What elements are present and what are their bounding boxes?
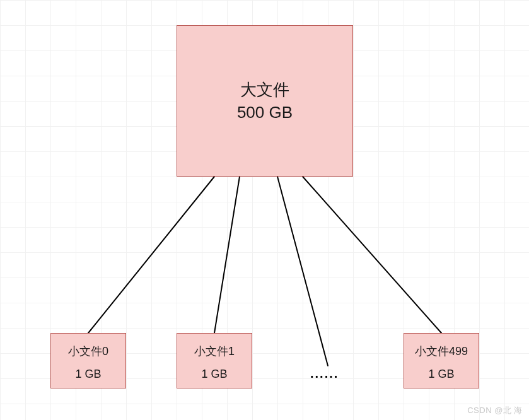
watermark: CSDN @北 海 [467,405,523,416]
large-file-size: 500 GB [237,101,293,124]
svg-line-2 [277,177,328,366]
small-file-size: 1 GB [75,368,101,381]
small-file-size: 1 GB [428,368,454,381]
large-file-box: 大文件 500 GB [177,25,353,177]
large-file-title: 大文件 [240,78,289,101]
svg-line-3 [303,177,441,333]
small-file-name: 小文件1 [194,344,235,359]
svg-line-1 [214,177,240,333]
small-file-size: 1 GB [201,368,227,381]
small-file-box-0: 小文件0 1 GB [50,333,126,388]
small-file-box-499: 小文件499 1 GB [404,333,479,388]
svg-line-0 [88,177,214,333]
small-file-name: 小文件499 [415,344,468,359]
small-file-name: 小文件0 [68,344,108,359]
small-file-box-1: 小文件1 1 GB [177,333,252,388]
ellipsis: ······ [310,370,339,384]
